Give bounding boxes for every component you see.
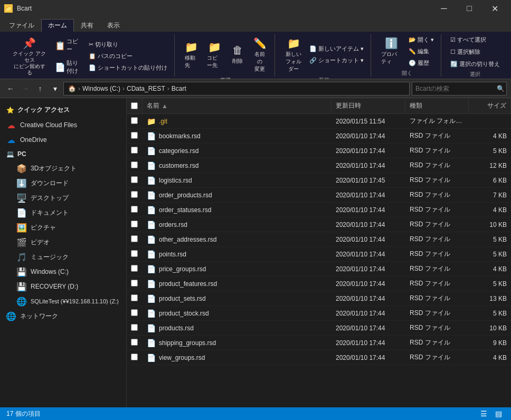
view-detail-button[interactable]: ▤	[492, 408, 505, 419]
table-row[interactable]: 📄 orders.rsd 2020/01/10 17:44 RSD ファイル 1…	[127, 217, 511, 232]
row-check[interactable]	[127, 308, 143, 319]
row-check[interactable]	[127, 263, 143, 275]
address-path[interactable]: 🏠 › Windows (C:) › CData_REST › Bcart	[63, 82, 410, 96]
row-check[interactable]	[127, 189, 143, 201]
row-check[interactable]	[127, 234, 143, 245]
table-row[interactable]: 📄 view_groups.rsd 2020/01/10 17:44 RSD フ…	[127, 350, 511, 365]
path-cdata-rest[interactable]: CData_REST	[127, 85, 165, 92]
row-check[interactable]	[127, 175, 143, 186]
maximize-button[interactable]: □	[457, 0, 481, 17]
table-row[interactable]: 📁 .git 2020/01/15 11:54 ファイル フォルダー	[127, 114, 511, 129]
table-row[interactable]: 📄 price_groups.rsd 2020/01/10 17:44 RSD …	[127, 262, 511, 276]
row-check[interactable]	[127, 116, 143, 127]
row-check[interactable]	[127, 130, 143, 142]
table-row[interactable]: 📄 bookmarks.rsd 2020/01/10 17:44 RSD ファイ…	[127, 129, 511, 144]
paste-button[interactable]: 📄 貼り付け	[51, 56, 84, 78]
properties-button[interactable]: ℹ️ プロパティ	[377, 34, 405, 68]
table-row[interactable]: 📄 customers.rsd 2020/01/10 17:44 RSD ファイ…	[127, 158, 511, 173]
sidebar-item-music[interactable]: 🎵 ミュージック	[0, 250, 126, 264]
sidebar-item-desktop[interactable]: 🖥️ デスクトップ	[0, 190, 126, 205]
forward-button[interactable]: →	[19, 82, 32, 95]
row-check[interactable]	[127, 160, 143, 171]
header-name[interactable]: 名前 ▲	[143, 98, 332, 113]
sidebar-item-3d[interactable]: 📦 3Dオブジェクト	[0, 161, 126, 176]
new-folder-icon: 📁	[287, 37, 300, 50]
ribbon-tabs: ファイル ホーム 共有 表示	[0, 17, 511, 32]
table-row[interactable]: 📄 order_statuses.rsd 2020/01/10 17:44 RS…	[127, 203, 511, 217]
row-check[interactable]	[127, 293, 143, 304]
up-button[interactable]: ↑	[34, 82, 46, 95]
sidebar-quick-access[interactable]: ⭐ クイック アクセス	[0, 102, 126, 118]
sidebar-item-sqlite[interactable]: 🌐 SQLiteTest (¥¥192.168.11.10) (Z:)	[0, 294, 126, 309]
sidebar-item-video[interactable]: 🎬 ビデオ	[0, 235, 126, 250]
tab-home[interactable]: ホーム	[41, 19, 74, 32]
path-windows-c[interactable]: Windows (C:)	[82, 85, 120, 92]
tab-view[interactable]: 表示	[100, 19, 127, 32]
copy-path-button[interactable]: 📋 パスのコピー	[86, 51, 170, 62]
table-row[interactable]: 📄 products.rsd 2020/01/10 17:44 RSD ファイル…	[127, 321, 511, 336]
sidebar-item-pictures[interactable]: 🖼️ ピクチャ	[0, 220, 126, 235]
close-button[interactable]: ✕	[482, 0, 507, 17]
header-date[interactable]: 更新日時	[332, 98, 405, 113]
sidebar-pc[interactable]: 💻 PC	[0, 147, 126, 161]
header-type[interactable]: 種類	[405, 98, 469, 113]
new-item-button[interactable]: 📄 新しいアイテム ▾	[307, 43, 366, 54]
row-check[interactable]	[127, 204, 143, 216]
new-folder-button[interactable]: 📁 新しいフォルダー	[281, 34, 306, 75]
invert-select-button[interactable]: 🔄 選択の切り替え	[448, 59, 503, 70]
tab-file[interactable]: ファイル	[2, 19, 41, 32]
table-row[interactable]: 📄 product_stock.rsd 2020/01/10 17:44 RSD…	[127, 306, 511, 321]
sidebar-item-network[interactable]: 🌐 ネットワーク	[0, 309, 126, 323]
copy-to-button[interactable]: 📁 コピー先	[203, 38, 226, 72]
move-to-button[interactable]: 📁 移動先	[181, 38, 202, 72]
header-check[interactable]	[127, 98, 143, 113]
deselect-button[interactable]: ☐ 選択解除	[448, 46, 503, 58]
select-all-button[interactable]: ☑ すべて選択	[448, 34, 503, 45]
search-input[interactable]	[415, 85, 495, 92]
table-row[interactable]: 📄 logistics.rsd 2020/01/10 17:45 RSD ファイ…	[127, 173, 511, 188]
row-size: 10 KB	[469, 219, 511, 230]
edit-button[interactable]: ✏️ 編集	[406, 46, 437, 57]
table-row[interactable]: 📄 points.rsd 2020/01/10 17:44 RSD ファイル 5…	[127, 247, 511, 262]
row-check[interactable]	[127, 145, 143, 157]
copy-button[interactable]: 📋 コピー	[51, 35, 84, 56]
cut-button[interactable]: ✂ 切り取り	[86, 39, 170, 50]
sidebar-item-documents[interactable]: 📄 ドキュメント	[0, 205, 126, 220]
row-check[interactable]	[127, 322, 143, 334]
row-check[interactable]	[127, 278, 143, 290]
sidebar-item-windows-c[interactable]: 💾 Windows (C:)	[0, 264, 126, 279]
recent-locations-button[interactable]: ▾	[49, 82, 61, 95]
pin-button[interactable]: 📌 クイック アクセスにピン留めする	[8, 34, 50, 79]
row-check[interactable]	[127, 249, 143, 260]
sidebar-item-onedrive[interactable]: ☁ OneDrive	[0, 132, 126, 147]
table-row[interactable]: 📄 product_features.rsd 2020/01/10 17:44 …	[127, 276, 511, 291]
sidebar-item-creative-cloud[interactable]: ☁ Creative Cloud Files	[0, 118, 126, 132]
open-button[interactable]: 📂 開く ▾	[406, 34, 437, 45]
table-row[interactable]: 📄 order_products.rsd 2020/01/10 17:44 RS…	[127, 188, 511, 203]
search-box[interactable]: 🔍	[412, 82, 507, 96]
table-row[interactable]: 📄 other_addresses.rsd 2020/01/10 17:44 R…	[127, 232, 511, 247]
row-check[interactable]	[127, 219, 143, 231]
file-name-text: categories.rsd	[159, 147, 198, 155]
ribbon-group-select: ☑ すべて選択 ☐ 選択解除 🔄 選択の切り替え 選択	[443, 34, 507, 77]
table-row[interactable]: 📄 product_sets.rsd 2020/01/10 17:44 RSD …	[127, 291, 511, 306]
paste-shortcut-button[interactable]: 📄 ショートカットの貼り付け	[86, 62, 170, 73]
delete-button[interactable]: 🗑 削除	[227, 42, 248, 68]
sidebar-item-download[interactable]: ⬇️ ダウンロード	[0, 176, 126, 190]
row-check[interactable]	[127, 352, 143, 364]
row-check[interactable]	[127, 337, 143, 349]
tab-share[interactable]: 共有	[74, 19, 100, 32]
header-size[interactable]: サイズ	[469, 98, 511, 113]
select-all-checkbox[interactable]	[131, 102, 138, 109]
history-button[interactable]: 🕐 履歴	[406, 58, 437, 69]
table-row[interactable]: 📄 shipping_groups.rsd 2020/01/10 17:44 R…	[127, 336, 511, 350]
documents-icon: 📄	[17, 208, 26, 217]
sidebar-item-recovery-d[interactable]: 💾 RECOVERY (D:)	[0, 279, 126, 294]
back-button[interactable]: ←	[4, 82, 17, 95]
minimize-button[interactable]: ─	[432, 0, 456, 17]
path-bcart[interactable]: Bcart	[172, 85, 186, 92]
shortcut-button[interactable]: 🔗 ショートカット ▾	[307, 55, 366, 66]
rename-button[interactable]: ✏️ 名前の変更	[249, 34, 270, 75]
table-row[interactable]: 📄 categories.rsd 2020/01/10 17:44 RSD ファ…	[127, 144, 511, 158]
view-list-button[interactable]: ☰	[477, 408, 490, 419]
